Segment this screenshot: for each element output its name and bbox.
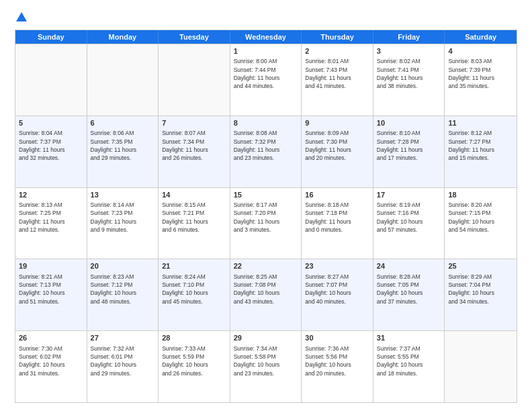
day-number: 1	[234, 46, 298, 56]
day-info: Sunrise: 8:25 AMSunset: 7:08 PMDaylight:…	[234, 273, 298, 306]
calendar-cell: 28Sunrise: 7:33 AMSunset: 5:59 PMDayligh…	[159, 331, 230, 402]
day-number: 9	[305, 118, 369, 128]
day-info: Sunrise: 8:06 AMSunset: 7:35 PMDaylight:…	[91, 129, 155, 162]
day-number: 18	[448, 190, 513, 200]
day-number: 24	[377, 261, 441, 271]
day-info: Sunrise: 8:00 AMSunset: 7:44 PMDaylight:…	[234, 57, 298, 90]
day-number: 5	[19, 118, 83, 128]
day-number: 14	[162, 190, 226, 200]
calendar-cell: 25Sunrise: 8:29 AMSunset: 7:04 PMDayligh…	[445, 259, 517, 330]
day-info: Sunrise: 8:15 AMSunset: 7:21 PMDaylight:…	[162, 201, 226, 234]
day-info: Sunrise: 8:04 AMSunset: 7:37 PMDaylight:…	[19, 129, 83, 162]
day-info: Sunrise: 7:36 AMSunset: 5:56 PMDaylight:…	[305, 345, 369, 377]
day-number: 2	[305, 46, 369, 56]
calendar: SundayMondayTuesdayWednesdayThursdayFrid…	[15, 30, 517, 403]
day-info: Sunrise: 8:24 AMSunset: 7:10 PMDaylight:…	[162, 273, 226, 306]
day-info: Sunrise: 8:27 AMSunset: 7:07 PMDaylight:…	[305, 273, 369, 306]
calendar-cell	[87, 44, 159, 116]
day-number: 16	[305, 190, 369, 200]
calendar-row-1: 5Sunrise: 8:04 AMSunset: 7:37 PMDaylight…	[15, 116, 517, 187]
day-number: 30	[305, 333, 369, 343]
calendar-cell: 13Sunrise: 8:14 AMSunset: 7:23 PMDayligh…	[87, 188, 159, 259]
header-day-friday: Friday	[373, 30, 445, 44]
calendar-cell: 10Sunrise: 8:10 AMSunset: 7:28 PMDayligh…	[373, 116, 445, 187]
day-info: Sunrise: 7:32 AMSunset: 6:01 PMDaylight:…	[91, 345, 155, 377]
day-number: 21	[162, 261, 226, 271]
calendar-cell: 12Sunrise: 8:13 AMSunset: 7:25 PMDayligh…	[15, 188, 87, 259]
calendar-cell: 21Sunrise: 8:24 AMSunset: 7:10 PMDayligh…	[159, 259, 230, 330]
header-day-monday: Monday	[87, 30, 159, 44]
day-info: Sunrise: 7:34 AMSunset: 5:58 PMDaylight:…	[234, 345, 298, 377]
calendar-cell: 27Sunrise: 7:32 AMSunset: 6:01 PMDayligh…	[87, 331, 159, 402]
day-number: 25	[448, 261, 513, 271]
day-info: Sunrise: 8:10 AMSunset: 7:28 PMDaylight:…	[377, 129, 441, 162]
calendar-cell: 20Sunrise: 8:23 AMSunset: 7:12 PMDayligh…	[87, 259, 159, 330]
calendar-cell: 3Sunrise: 8:02 AMSunset: 7:41 PMDaylight…	[373, 44, 445, 116]
day-info: Sunrise: 8:12 AMSunset: 7:27 PMDaylight:…	[448, 129, 513, 162]
calendar-cell	[159, 44, 230, 116]
day-number: 23	[305, 261, 369, 271]
day-info: Sunrise: 8:28 AMSunset: 7:05 PMDaylight:…	[377, 273, 441, 306]
day-info: Sunrise: 7:30 AMSunset: 6:02 PMDaylight:…	[19, 345, 83, 377]
day-number: 13	[91, 190, 155, 200]
day-number: 20	[91, 261, 155, 271]
header-day-thursday: Thursday	[302, 30, 373, 44]
day-info: Sunrise: 7:33 AMSunset: 5:59 PMDaylight:…	[162, 345, 226, 377]
calendar-cell: 2Sunrise: 8:01 AMSunset: 7:43 PMDaylight…	[302, 44, 373, 116]
calendar-cell: 23Sunrise: 8:27 AMSunset: 7:07 PMDayligh…	[302, 259, 373, 330]
calendar-row-4: 26Sunrise: 7:30 AMSunset: 6:02 PMDayligh…	[15, 330, 517, 402]
day-info: Sunrise: 8:23 AMSunset: 7:12 PMDaylight:…	[91, 273, 155, 306]
day-number: 26	[19, 333, 83, 343]
logo	[15, 12, 27, 23]
day-info: Sunrise: 8:19 AMSunset: 7:16 PMDaylight:…	[377, 201, 441, 234]
calendar-row-3: 19Sunrise: 8:21 AMSunset: 7:13 PMDayligh…	[15, 259, 517, 330]
calendar-cell: 15Sunrise: 8:17 AMSunset: 7:20 PMDayligh…	[230, 188, 302, 259]
day-info: Sunrise: 8:08 AMSunset: 7:32 PMDaylight:…	[234, 129, 298, 162]
calendar-cell: 14Sunrise: 8:15 AMSunset: 7:21 PMDayligh…	[159, 188, 230, 259]
day-number: 4	[448, 46, 513, 56]
day-number: 3	[377, 46, 441, 56]
calendar-cell: 6Sunrise: 8:06 AMSunset: 7:35 PMDaylight…	[87, 116, 159, 187]
calendar-cell	[15, 44, 87, 116]
calendar-cell: 22Sunrise: 8:25 AMSunset: 7:08 PMDayligh…	[230, 259, 302, 330]
calendar-cell: 29Sunrise: 7:34 AMSunset: 5:58 PMDayligh…	[230, 331, 302, 402]
calendar-body: 1Sunrise: 8:00 AMSunset: 7:44 PMDaylight…	[15, 44, 517, 402]
calendar-cell: 24Sunrise: 8:28 AMSunset: 7:05 PMDayligh…	[373, 259, 445, 330]
day-number: 17	[377, 190, 441, 200]
header	[15, 12, 517, 23]
logo-triangle-icon	[16, 12, 27, 21]
calendar-cell: 8Sunrise: 8:08 AMSunset: 7:32 PMDaylight…	[230, 116, 302, 187]
day-number: 19	[19, 261, 83, 271]
calendar-row-0: 1Sunrise: 8:00 AMSunset: 7:44 PMDaylight…	[15, 44, 517, 116]
calendar-cell: 4Sunrise: 8:03 AMSunset: 7:39 PMDaylight…	[445, 44, 517, 116]
day-info: Sunrise: 8:14 AMSunset: 7:23 PMDaylight:…	[91, 201, 155, 234]
calendar-row-2: 12Sunrise: 8:13 AMSunset: 7:25 PMDayligh…	[15, 187, 517, 259]
day-info: Sunrise: 8:13 AMSunset: 7:25 PMDaylight:…	[19, 201, 83, 234]
day-info: Sunrise: 8:20 AMSunset: 7:15 PMDaylight:…	[448, 201, 513, 234]
day-number: 29	[234, 333, 298, 343]
day-number: 10	[377, 118, 441, 128]
day-info: Sunrise: 8:09 AMSunset: 7:30 PMDaylight:…	[305, 129, 369, 162]
calendar-cell: 7Sunrise: 8:07 AMSunset: 7:34 PMDaylight…	[159, 116, 230, 187]
page: SundayMondayTuesdayWednesdayThursdayFrid…	[0, 0, 532, 411]
day-number: 6	[91, 118, 155, 128]
day-info: Sunrise: 8:21 AMSunset: 7:13 PMDaylight:…	[19, 273, 83, 306]
day-info: Sunrise: 8:17 AMSunset: 7:20 PMDaylight:…	[234, 201, 298, 234]
day-info: Sunrise: 8:03 AMSunset: 7:39 PMDaylight:…	[448, 57, 513, 90]
calendar-cell: 30Sunrise: 7:36 AMSunset: 5:56 PMDayligh…	[302, 331, 373, 402]
day-info: Sunrise: 8:29 AMSunset: 7:04 PMDaylight:…	[448, 273, 513, 306]
day-number: 31	[377, 333, 441, 343]
day-info: Sunrise: 8:07 AMSunset: 7:34 PMDaylight:…	[162, 129, 226, 162]
logo-text	[15, 12, 27, 23]
calendar-cell: 9Sunrise: 8:09 AMSunset: 7:30 PMDaylight…	[302, 116, 373, 187]
calendar-cell	[445, 331, 517, 402]
calendar-cell: 5Sunrise: 8:04 AMSunset: 7:37 PMDaylight…	[15, 116, 87, 187]
day-number: 27	[91, 333, 155, 343]
day-info: Sunrise: 8:01 AMSunset: 7:43 PMDaylight:…	[305, 57, 369, 90]
day-number: 15	[234, 190, 298, 200]
day-number: 12	[19, 190, 83, 200]
calendar-cell: 1Sunrise: 8:00 AMSunset: 7:44 PMDaylight…	[230, 44, 302, 116]
day-number: 8	[234, 118, 298, 128]
day-number: 22	[234, 261, 298, 271]
day-info: Sunrise: 8:02 AMSunset: 7:41 PMDaylight:…	[377, 57, 441, 90]
